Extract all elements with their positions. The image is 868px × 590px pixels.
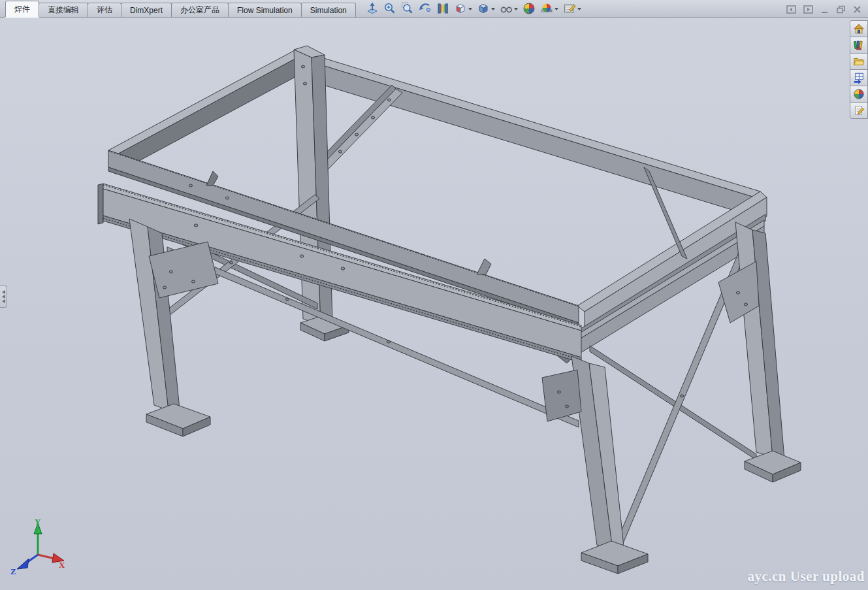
- minimize-icon[interactable]: [820, 5, 829, 14]
- watermark: ayc.cn User upload: [747, 568, 865, 585]
- display-style-dropdown[interactable]: [491, 8, 495, 10]
- task-pane-design-library[interactable]: [850, 37, 868, 54]
- featuremanager-flyout-tab[interactable]: [0, 286, 7, 308]
- window-controls: [786, 5, 868, 17]
- front-left-leg[interactable]: [129, 219, 218, 436]
- previous-view-icon[interactable]: [419, 2, 432, 15]
- display-style-icon[interactable]: [477, 2, 490, 15]
- ribbon-tabs: 焊件 直接编辑 评估 DimXpert 办公室产品 Flow Simulatio…: [5, 0, 355, 17]
- section-view-icon[interactable]: [436, 2, 449, 15]
- front-right-leg[interactable]: [542, 356, 648, 574]
- view-orientation-icon[interactable]: [454, 2, 467, 15]
- apply-scene-icon[interactable]: [540, 2, 553, 15]
- zoom-to-area-icon[interactable]: [401, 2, 414, 15]
- folder-icon: [853, 56, 865, 67]
- dock-pane-right-icon[interactable]: [803, 5, 813, 14]
- ribbon-bar: 焊件 直接编辑 评估 DimXpert 办公室产品 Flow Simulatio…: [0, 0, 868, 18]
- tab-direct-editing[interactable]: 直接编辑: [39, 3, 88, 17]
- collapse-arrows-icon: [1, 289, 6, 304]
- view-palette-icon: [853, 72, 865, 84]
- triad-z-label: Z: [10, 566, 16, 576]
- task-pane-view-palette[interactable]: [850, 69, 868, 86]
- view-toolbar: [366, 2, 581, 15]
- triad-x-label: X: [59, 560, 65, 570]
- reference-triad: Y X Z: [9, 517, 68, 576]
- view-orientation-dropdown[interactable]: [468, 8, 472, 10]
- tab-dimxpert[interactable]: DimXpert: [121, 3, 172, 17]
- tab-flow-simulation[interactable]: Flow Simulation: [228, 3, 302, 17]
- restore-icon[interactable]: [836, 5, 846, 14]
- custom-properties-icon: [853, 105, 865, 116]
- tab-weldments[interactable]: 焊件: [5, 1, 39, 17]
- edit-appearance-icon[interactable]: [522, 2, 536, 15]
- task-pane-appearances-scenes[interactable]: [850, 86, 868, 103]
- flag-bracket-right[interactable]: [477, 259, 491, 274]
- flag-bracket-left[interactable]: [206, 171, 218, 186]
- frame-left-rail[interactable]: [108, 50, 302, 174]
- design-library-icon: [853, 39, 865, 51]
- home-icon: [853, 23, 865, 35]
- hide-show-items-dropdown[interactable]: [514, 8, 518, 10]
- task-pane-custom-properties[interactable]: [850, 102, 868, 119]
- appearances-sphere-icon: [853, 88, 865, 100]
- task-pane-file-explorer[interactable]: [850, 53, 868, 70]
- view-settings-icon[interactable]: [563, 2, 576, 15]
- normal-to-icon[interactable]: [366, 2, 379, 15]
- task-pane: [850, 20, 867, 119]
- triad-y-label: Y: [35, 517, 41, 527]
- graphics-viewport[interactable]: Y X Z ayc.cn User upload: [0, 17, 868, 590]
- close-icon[interactable]: [853, 5, 861, 14]
- tab-simulation[interactable]: Simulation: [301, 3, 356, 17]
- apply-scene-dropdown[interactable]: [555, 8, 558, 10]
- zoom-to-fit-icon[interactable]: [383, 2, 396, 15]
- dock-pane-left-icon[interactable]: [786, 5, 796, 14]
- view-settings-dropdown[interactable]: [577, 8, 581, 10]
- weldment-model[interactable]: [0, 17, 868, 590]
- tab-office-products[interactable]: 办公室产品: [171, 3, 229, 17]
- task-pane-solidworks-resources[interactable]: [850, 20, 868, 37]
- solidworks-window: { "ribbon": { "tabs": [ {"label": "焊件", …: [0, 0, 868, 590]
- tab-evaluate[interactable]: 评估: [88, 3, 121, 17]
- hide-show-items-icon[interactable]: [500, 2, 513, 15]
